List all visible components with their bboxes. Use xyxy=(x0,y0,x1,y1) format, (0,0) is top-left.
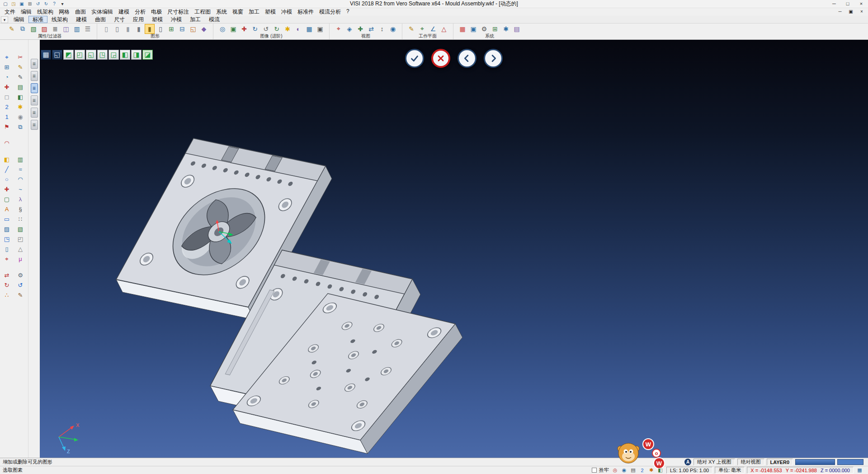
menu-item-19[interactable]: ? xyxy=(344,8,352,16)
menu-item-9[interactable]: 电极 xyxy=(148,8,165,16)
lock-checkbox[interactable] xyxy=(592,468,597,473)
cylinder-icon[interactable]: ▯ xyxy=(1,244,12,254)
cancel-button[interactable] xyxy=(431,49,450,68)
compass-icon[interactable]: ◔ xyxy=(1,72,12,82)
grid-toggle-icon[interactable]: ▦ xyxy=(856,467,863,474)
plot-icon[interactable]: ⊞ xyxy=(26,1,33,7)
wireframe-display-icon[interactable]: ▯ xyxy=(101,24,111,34)
cone-icon[interactable]: △ xyxy=(15,244,26,254)
previous-button[interactable] xyxy=(458,49,476,68)
line-tool-icon[interactable]: ╱ xyxy=(1,165,12,174)
help-icon[interactable]: ? xyxy=(51,1,58,7)
snowflake-icon[interactable]: ✱ xyxy=(501,24,511,34)
snapshot-icon[interactable]: ▣ xyxy=(315,24,325,34)
layer-colour-swatch[interactable] xyxy=(795,459,835,465)
save-icon[interactable]: ▣ xyxy=(18,1,25,7)
wave-icon[interactable]: ~ xyxy=(15,185,26,194)
tab-应用[interactable]: 应用 xyxy=(129,16,148,23)
menu-item-16[interactable]: 冲模 xyxy=(278,8,295,16)
assistant-mascot[interactable]: W o W xyxy=(615,433,665,469)
close-button[interactable]: × xyxy=(854,0,868,8)
previous-view-icon[interactable]: ↺ xyxy=(261,24,271,34)
menu-item-12[interactable]: 系统 xyxy=(213,8,230,16)
hidden-line-icon[interactable]: ▯ xyxy=(112,24,122,34)
section-view-icon[interactable]: ◱ xyxy=(188,24,198,34)
iso-view-cube-icon[interactable]: ◩ xyxy=(63,50,74,60)
arc-2-icon[interactable]: ◠ xyxy=(15,175,26,184)
flag-icon[interactable]: ⚑ xyxy=(1,122,12,132)
view-center-icon[interactable]: ◉ xyxy=(388,24,398,34)
light-settings-icon[interactable]: ✱ xyxy=(283,24,292,34)
text-abc-icon[interactable]: A xyxy=(1,204,12,214)
grey-cube-icon[interactable]: ◰ xyxy=(15,234,26,244)
shaded-edges-icon[interactable]: ▮ xyxy=(134,24,144,34)
spline-icon[interactable]: ≈ xyxy=(15,165,26,174)
workplane-origin-icon[interactable]: ⌖ xyxy=(417,24,427,34)
symbol-icon[interactable]: § xyxy=(15,204,26,214)
selection-mask-icon[interactable]: ▥ xyxy=(72,24,82,34)
colour-filter-icon[interactable]: ▨ xyxy=(39,24,49,34)
roundrect-icon[interactable]: ▢ xyxy=(1,194,12,204)
rotate-view-icon[interactable]: ↻ xyxy=(250,24,260,34)
zoom-all-icon[interactable]: ◎ xyxy=(217,24,227,34)
element-info-icon[interactable]: ☰ xyxy=(83,24,93,34)
absolute-mode-badge[interactable]: A xyxy=(684,459,691,465)
circle-tool-icon[interactable]: ○ xyxy=(1,175,12,184)
new-file-icon[interactable]: ▢ xyxy=(2,1,9,7)
gear-icon[interactable]: ⚙ xyxy=(15,270,26,280)
two-d-icon[interactable]: 2 xyxy=(1,102,12,112)
plus-tool-icon[interactable]: ✚ xyxy=(1,185,12,194)
snap-point-icon[interactable]: ⌖ xyxy=(1,52,12,62)
tab-建模[interactable]: 建模 xyxy=(72,16,91,23)
attribute-filter-icon[interactable]: ▧ xyxy=(28,24,38,34)
menu-item-13[interactable]: 视窗 xyxy=(230,8,246,16)
scissors-icon[interactable]: ✂ xyxy=(15,52,26,62)
dynamic-hide-icon[interactable]: ▮ xyxy=(145,24,155,34)
dynamic-view-icon[interactable]: ◱ xyxy=(52,50,62,60)
menu-item-17[interactable]: 标准件 xyxy=(295,8,316,16)
clipboard-slot-1-icon[interactable]: ≣ xyxy=(31,59,38,69)
menu-item-4[interactable]: 网格 xyxy=(56,8,72,16)
redo-icon[interactable]: ↻ xyxy=(42,1,50,7)
workplane-triangle-icon[interactable]: △ xyxy=(439,24,449,34)
menu-item-10[interactable]: 尺寸标注 xyxy=(165,8,192,16)
box-display-icon[interactable]: ⊞ xyxy=(166,24,176,34)
menu-item-11[interactable]: 工程图 xyxy=(192,8,213,16)
menu-item-6[interactable]: 实体编辑 xyxy=(89,8,116,16)
settings-gear-icon[interactable]: ⚙ xyxy=(479,24,489,34)
render-settings-icon[interactable]: ◆ xyxy=(199,24,209,34)
brown-pen-icon[interactable]: ✎ xyxy=(15,290,26,300)
move-cross-icon[interactable]: ✚ xyxy=(1,82,12,92)
snap-grid-icon[interactable]: ⊞ xyxy=(1,62,12,72)
material-icon[interactable]: ◐ xyxy=(293,24,303,34)
zoom-window-icon[interactable]: ▣ xyxy=(228,24,238,34)
rectangle-tool-icon[interactable]: ▭ xyxy=(1,214,12,224)
mdi-minimize-button[interactable]: ─ xyxy=(835,9,845,15)
clipboard-slot-2-icon[interactable]: ≣ xyxy=(31,71,38,81)
mdi-restore-button[interactable]: ▣ xyxy=(845,9,856,15)
mdi-close-button[interactable]: × xyxy=(856,9,867,15)
copy-attributes-icon[interactable]: ⧉ xyxy=(18,24,28,34)
clipboard-slot-4-icon[interactable]: ≣ xyxy=(31,95,38,105)
ghost-box-icon[interactable]: ◻ xyxy=(1,92,12,102)
spark-icon[interactable]: ✱ xyxy=(15,102,26,112)
multi-view-icon[interactable]: ⊟ xyxy=(177,24,187,34)
copy-icon[interactable]: ⧉ xyxy=(15,122,26,132)
redo-icon[interactable]: ↻ xyxy=(1,280,12,290)
clipboard-slot-6-icon[interactable]: ≣ xyxy=(31,120,38,130)
qat-dropdown-icon[interactable]: ▾ xyxy=(59,1,66,7)
viewport-3d[interactable]: X Z ▦◱◩◰◱◳◲◧◨◪ xyxy=(40,40,868,458)
secondary-colour-swatch[interactable] xyxy=(837,459,863,465)
chip-icon[interactable]: ▤ xyxy=(512,24,522,34)
monitor-icon[interactable]: ▣ xyxy=(468,24,478,34)
tab-标准[interactable]: 标准 xyxy=(28,16,47,23)
open-file-icon[interactable]: ◳ xyxy=(10,1,17,7)
sheet-icon[interactable]: ▤ xyxy=(15,82,26,92)
view-origin-icon[interactable]: ⌖ xyxy=(334,24,344,34)
undo-icon[interactable]: ↺ xyxy=(34,1,42,7)
viewport-layout-icon[interactable]: ▦ xyxy=(41,50,51,60)
undo-icon[interactable]: ↺ xyxy=(15,280,26,290)
visibility-filter-icon[interactable]: ◫ xyxy=(61,24,71,34)
shaded-display-icon[interactable]: ▮ xyxy=(123,24,133,34)
point-grid-icon[interactable]: ∷ xyxy=(15,214,26,224)
